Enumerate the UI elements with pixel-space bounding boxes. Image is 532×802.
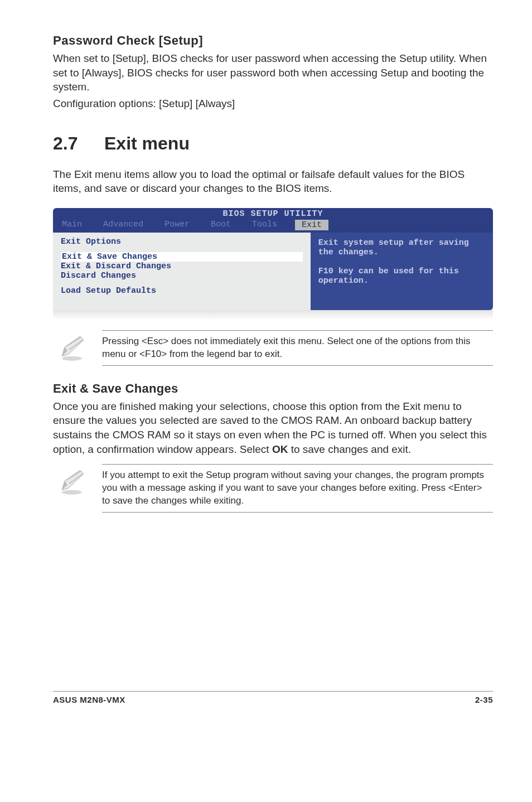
bios-screenshot: BIOS SETUP UTILITY Main Advanced Power B… (53, 208, 493, 320)
bios-title: BIOS SETUP UTILITY (53, 208, 493, 219)
password-check-config: Configuration options: [Setup] [Always] (53, 96, 493, 111)
svg-point-5 (62, 490, 82, 495)
note-save-prompt: If you attempt to exit the Setup program… (57, 464, 493, 513)
svg-marker-1 (62, 336, 84, 356)
tab-boot[interactable]: Boot (207, 219, 234, 230)
bios-left-panel: Exit Options Exit & Save Changes Exit & … (53, 233, 311, 310)
bios-exit-options-label: Exit Options (61, 237, 303, 247)
pencil-note-icon (57, 334, 86, 365)
note-save-prompt-text: If you attempt to exit the Setup program… (102, 464, 493, 513)
footer-page-number: 2-35 (475, 695, 493, 704)
svg-marker-6 (62, 470, 84, 490)
tab-power[interactable]: Power (161, 219, 193, 230)
section-heading: 2.7 Exit menu (53, 133, 493, 154)
section-number: 2.7 (53, 133, 84, 154)
password-check-body: When set to [Setup], BIOS checks for use… (53, 51, 493, 94)
note-esc: Pressing <Esc> does not immediately exit… (57, 330, 493, 366)
tab-exit[interactable]: Exit (295, 220, 328, 230)
tab-main[interactable]: Main (59, 219, 85, 230)
exit-save-body: Once you are finished making your select… (53, 399, 493, 457)
exit-save-heading: Exit & Save Changes (53, 381, 493, 396)
exit-save-ok: OK (272, 443, 288, 455)
bios-opt-exit-save[interactable]: Exit & Save Changes (61, 252, 303, 262)
pencil-note-icon (57, 467, 86, 499)
bios-opt-load-defaults[interactable]: Load Setup Defaults (61, 286, 303, 296)
page-footer: ASUS M2N8-VMX 2-35 (53, 691, 493, 704)
note-esc-text: Pressing <Esc> does not immediately exit… (102, 330, 493, 366)
bios-tab-bar: Main Advanced Power Boot Tools Exit (53, 219, 493, 233)
bios-opt-discard[interactable]: Discard Changes (61, 271, 303, 281)
svg-point-0 (62, 356, 82, 360)
bios-help-panel: Exit system setup after saving the chang… (311, 233, 493, 310)
tab-advanced[interactable]: Advanced (100, 219, 147, 230)
exit-menu-intro: The Exit menu items allow you to load th… (53, 167, 493, 196)
section-title-text: Exit menu (104, 133, 190, 154)
exit-save-body-pre: Once you are finished making your select… (53, 400, 487, 455)
exit-save-body-post: to save changes and exit. (288, 443, 411, 455)
footer-product: ASUS M2N8-VMX (53, 695, 125, 704)
bios-opt-exit-discard[interactable]: Exit & Discard Changes (61, 262, 303, 271)
password-check-heading: Password Check [Setup] (53, 33, 493, 48)
bios-bottom-curve (53, 310, 493, 320)
tab-tools[interactable]: Tools (249, 219, 280, 230)
